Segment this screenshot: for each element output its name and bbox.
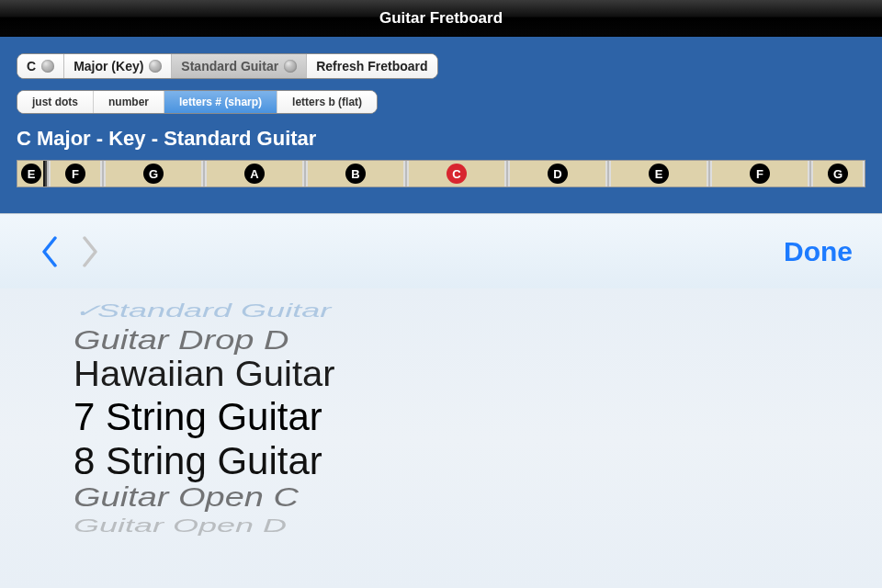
picker-option[interactable]: Guitar Open D [74,515,335,537]
fret: A [203,161,304,187]
note-dot: B [345,164,366,184]
note-dot: F [750,164,770,184]
refresh-label: Refresh Fretboard [316,59,427,74]
note-dot-root: C [447,164,467,184]
picker-option[interactable]: Hawaiian Guitar [74,355,335,394]
picker-wheel-inner: ✓Standard Guitar Guitar Drop D Hawaiian … [74,288,335,554]
picker-option-selected[interactable]: ✓Standard Guitar [74,300,335,322]
picker-option-label: Guitar Open D [74,515,287,537]
mode-label: number [108,96,149,108]
chevron-right-icon [81,236,99,267]
dropdown-dot-icon [149,60,162,73]
fret: C [405,161,506,187]
chevron-left-icon [40,236,59,267]
picker-option[interactable]: 7 String Guitar [74,395,335,439]
picker-option-label: Guitar Open C [74,481,299,513]
refresh-button[interactable]: Refresh Fretboard [307,54,436,78]
picker-option-label: Hawaiian Guitar [74,355,335,393]
mode-letters-sharp[interactable]: letters # (sharp) [164,91,277,113]
picker-option-label: Standard Guitar [97,300,331,322]
note-dot: E [649,164,669,184]
tuning-picker[interactable]: ✓Standard Guitar Guitar Drop D Hawaiian … [0,288,882,588]
picker-option-label: Guitar Drop D [74,324,288,356]
scale-selector[interactable]: Major (Key) [64,54,172,78]
root-note-selector[interactable]: C [17,54,64,78]
picker-option[interactable]: Guitar Drop D [74,324,335,356]
dropdown-dot-icon [41,60,54,73]
mode-label: letters # (sharp) [179,96,262,108]
note-dot: A [244,164,265,184]
fret: F [47,161,102,187]
mode-just-dots[interactable]: just dots [17,91,94,113]
dropdown-dot-icon [284,60,297,73]
fret: G [809,161,865,187]
selector-toolbar: C Major (Key) Standard Guitar Refresh Fr… [17,53,438,79]
fret: G [102,161,203,187]
app-title: Guitar Fretboard [379,9,503,28]
picker-option-label: 8 String Guitar [74,439,322,482]
note-dot: G [828,164,848,184]
fret: D [506,161,607,187]
note-dot: F [65,164,85,184]
picker-option[interactable]: Guitar Open C [74,481,335,513]
note-dot: E [21,164,41,184]
scale-heading: C Major - Key - Standard Guitar [17,127,865,151]
tuning-label: Standard Guitar [181,59,278,74]
picker-option-label: 7 String Guitar [74,395,322,438]
fretboard[interactable]: E F G A B C D E F G [17,160,865,187]
picker-prev-button[interactable] [29,232,70,272]
titlebar: Guitar Fretboard [0,0,882,37]
picker-toolbar: Done [0,213,882,288]
note-dot: D [548,164,568,184]
checkmark-icon: ✓ [74,300,97,322]
open-string-cell: E [17,161,43,187]
mode-letters-flat[interactable]: letters b (flat) [277,91,377,113]
done-button[interactable]: Done [784,236,853,267]
mode-label: just dots [32,96,78,108]
tuning-selector[interactable]: Standard Guitar [172,54,307,78]
mode-label: letters b (flat) [292,96,362,108]
fret: B [304,161,405,187]
root-note-label: C [27,59,36,74]
picker-next-button[interactable] [70,232,110,272]
note-dot: G [143,164,164,184]
scale-label: Major (Key) [74,59,143,74]
mode-number[interactable]: number [94,91,164,113]
fret: E [607,161,708,187]
fret: F [708,161,809,187]
picker-option[interactable]: 8 String Guitar [74,439,335,483]
display-mode-toolbar: just dots number letters # (sharp) lette… [17,90,378,114]
